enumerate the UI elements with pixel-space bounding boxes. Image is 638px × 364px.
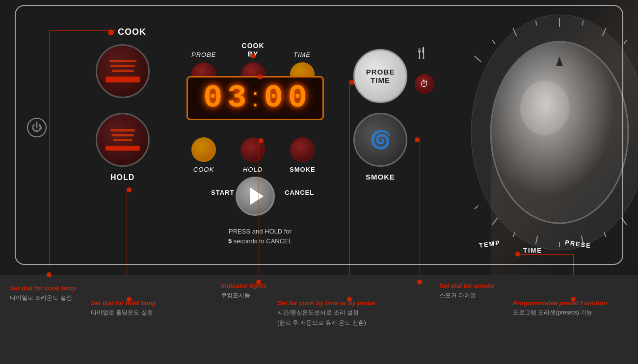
play-icon <box>250 187 264 205</box>
ann-dot-smoke <box>417 280 422 285</box>
ann-hold-temp-subtitle: 다이얼로 홀딩온도 설정 <box>91 309 156 317</box>
ann-hold-temp-title: Set dial for hold temp <box>91 299 156 307</box>
svg-point-32 <box>520 81 569 135</box>
smoke-function-group: SMOKE <box>290 137 316 173</box>
ann-dot-hold-temp <box>127 297 132 302</box>
smoke-label: SMOKE <box>366 173 395 181</box>
led-digit-1: 0 <box>203 82 222 114</box>
knob-time-label: TIME <box>523 247 542 254</box>
probe-icon[interactable]: 🍴 <box>415 47 434 59</box>
svg-line-19 <box>492 218 498 225</box>
ann-preset: Programmable preset Function 프로그램 프리셋(pr… <box>513 299 607 317</box>
time-label: TIME <box>293 51 311 58</box>
hold-annotation-dot <box>127 187 132 192</box>
probe-time-button[interactable]: PROBE TIME <box>353 49 407 103</box>
led-digit-3: 0 <box>264 82 283 114</box>
ann-smoke-subtitle: 스모커 다이얼 <box>439 291 494 300</box>
ann-indicator-subtitle: 쿠킹표시등 <box>221 291 266 300</box>
smoke-indicator-dot <box>415 137 420 142</box>
ann-cook-by-title: Set for cook by time or by probe <box>277 299 375 307</box>
hold-wave3 <box>113 139 133 141</box>
heat-waves-icon <box>106 60 140 82</box>
smoke-function-button[interactable] <box>290 137 315 162</box>
hold-bar <box>106 146 140 151</box>
hold-wave1 <box>110 129 135 131</box>
function-buttons-row: COOK HOLD SMOKE <box>191 137 316 173</box>
led-colon: : <box>251 81 259 113</box>
cook-temp-vline <box>49 30 50 266</box>
start-button[interactable] <box>236 177 275 216</box>
control-knob-area <box>452 5 638 270</box>
led-display: 0 3 : 0 0 <box>186 76 324 120</box>
ann-cook-by-subtitle2: (완료 후 자동으로 유지 온도 전환) <box>277 319 375 327</box>
svg-line-27 <box>475 56 481 62</box>
led-digit-4: 0 <box>288 82 307 114</box>
ann-preset-title: Programmable preset Function <box>513 299 607 307</box>
ann-cook-temp-subtitle: 다이얼로 조리온도 설정 <box>10 294 77 302</box>
knob-ticks-svg <box>469 12 638 253</box>
wave1 <box>109 60 136 62</box>
cook-function-group: COOK <box>191 137 216 173</box>
smoke-button[interactable]: 🌀 <box>353 113 407 167</box>
power-button[interactable] <box>27 118 47 137</box>
ann-hold-temp: Set dial for hold temp 다이얼로 홀딩온도 설정 <box>91 299 156 317</box>
probe-time-indicator-dot <box>349 80 354 85</box>
knob-tick-ring <box>469 12 638 253</box>
cook-function-button[interactable] <box>191 137 216 162</box>
timer-icon-button[interactable]: ⏱ <box>415 74 434 94</box>
smoke-function-label: SMOKE <box>290 166 316 173</box>
hold-temp-vline <box>127 187 127 286</box>
ann-dot-probe <box>347 297 352 302</box>
preset-dot <box>515 252 520 257</box>
ann-smoke-title: Set dial for smoke <box>439 282 494 289</box>
svg-point-31 <box>491 42 628 223</box>
annotations-area: Set dial for cook temp 다이얼로 조리온도 설정 Set … <box>0 275 638 364</box>
ann-dial-smoke: Set dial for smoke 스모커 다이얼 <box>439 282 494 300</box>
probe-label: PROBE <box>191 51 216 58</box>
led-digit-2: 3 <box>227 82 246 114</box>
ann-dot-preset <box>571 297 576 302</box>
svg-line-13 <box>621 218 627 225</box>
svg-line-28 <box>492 40 495 44</box>
probe-time-label2: TIME <box>371 76 390 84</box>
ann-dot-cook-temp <box>47 272 52 277</box>
heat-bar <box>106 77 140 82</box>
ann-cook-by-subtitle1: 시간/중심온도센서로 조리 설정 <box>277 309 375 317</box>
main-panel: COOK HOLD PROBE <box>0 0 638 275</box>
ann-indicator-lights: Indicator lights 쿠킹표시등 <box>221 282 266 300</box>
cook-temp-hline <box>49 30 115 31</box>
indicator-lights-dot <box>259 138 264 143</box>
indicator-lights-vline <box>259 138 259 276</box>
svg-line-20 <box>475 206 478 209</box>
cook-text: COOK <box>118 27 146 37</box>
wave3 <box>112 70 134 72</box>
display-indicator-dot <box>258 75 263 79</box>
ann-dot-indicator <box>256 280 261 285</box>
cook-function-label: COOK <box>193 166 214 173</box>
svg-line-4 <box>624 40 627 44</box>
ann-cook-temp: Set dial for cook temp 다이얼로 조리온도 설정 <box>10 285 77 302</box>
cook-label: COOK <box>108 27 146 37</box>
ann-cook-by-probe: Set for cook by time or by probe 시간/중심온도… <box>277 299 375 327</box>
hold-mode-button[interactable] <box>96 113 150 167</box>
wave2 <box>110 65 135 67</box>
hold-label: HOLD <box>110 173 134 182</box>
hold-waves-icon <box>106 129 140 151</box>
cookby-indicator-dot <box>251 53 256 58</box>
cook-mode-button[interactable] <box>96 44 150 98</box>
probe-time-label1: PROBE <box>366 68 395 76</box>
press-hold-text: PRESS and HOLD for 5 seconds to CANCEL <box>211 227 309 246</box>
dial-smoke-vline <box>420 137 420 287</box>
clock-icon: ⏱ <box>420 79 429 89</box>
hold-function-label: HOLD <box>243 166 263 173</box>
cancel-label: CANCEL <box>285 189 314 196</box>
ann-cook-temp-title: Set dial for cook temp <box>10 285 77 292</box>
side-icons-area: 🍴 ⏱ <box>415 47 434 94</box>
start-label: START <box>211 189 234 196</box>
smoke-icon: 🌀 <box>370 130 392 150</box>
hold-wave2 <box>112 134 134 136</box>
ann-preset-subtitle: 프로그램 프리셋(presets) 기능 <box>513 309 607 317</box>
preset-hline <box>515 254 573 255</box>
